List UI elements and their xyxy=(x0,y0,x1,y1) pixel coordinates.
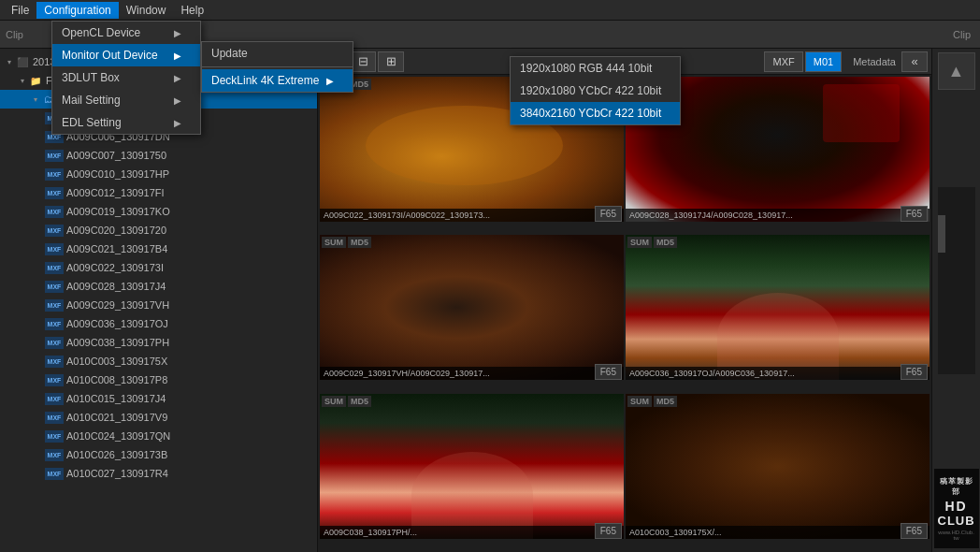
clip-thumbnail xyxy=(320,235,624,380)
badge-md5: MD5 xyxy=(348,237,371,248)
sidebar-item-file[interactable]: MXF A009C020_13091720 xyxy=(0,221,317,240)
sidebar-item-file[interactable]: MXF A009C019_130917KO xyxy=(0,202,317,221)
mxf-icon: MXF xyxy=(45,206,64,218)
tree-arrow-f65: ▾ xyxy=(17,77,28,85)
tree-arrow-date: ▾ xyxy=(30,95,41,104)
clip-name-label: A010C003_1309175X/... xyxy=(626,526,930,539)
logo-url: www.HD.Club.tw xyxy=(938,530,975,541)
mxf-icon: MXF xyxy=(45,449,64,461)
tab-metadata-label[interactable]: Metadata xyxy=(853,56,896,67)
folder-icon-f65: 📁 xyxy=(28,73,43,88)
clip-item[interactable]: SUM MD5 A009C022_1309173I/A009C022_13091… xyxy=(320,77,624,222)
sidebar-file-label: A009C019_130917KO xyxy=(66,206,170,217)
main-layout: ▾ ⬛ 20130917-成影拍摄 ▾ 📁 F65 ▾ 🗂 20130917 M… xyxy=(0,49,980,552)
tab-view-detail[interactable]: ⊟ xyxy=(350,51,376,72)
logo-hd: HD xyxy=(938,499,975,514)
tab-view-list[interactable]: ≡ xyxy=(322,51,348,72)
toolbar-left-label: Clip xyxy=(6,29,23,40)
right-panel-scroll-up[interactable]: ▲ xyxy=(938,52,975,90)
clip-name-label: A009C028_130917J4/A009C028_130917... xyxy=(626,209,930,222)
sidebar-item-file[interactable]: MXF A010C026_1309173B xyxy=(0,445,317,464)
sidebar-file-label: A010C027_130917R4 xyxy=(66,468,168,479)
clip-name-label: A009C036_130917OJ/A009C036_130917... xyxy=(626,367,930,380)
clip-badge-f65: F65 xyxy=(901,207,928,220)
sidebar-tree: ▾ ⬛ 20130917-成影拍摄 ▾ 📁 F65 ▾ 🗂 20130917 M… xyxy=(0,49,317,487)
clip-name-label: A009C022_1309173I/A009C022_130917З... xyxy=(320,209,624,222)
clip-name-label: A009C029_130917VH/A009C029_130917... xyxy=(320,367,624,380)
sidebar-item-root[interactable]: ▾ ⬛ 20130917-成影拍摄 xyxy=(0,52,317,71)
clip-badges-top: SUM MD5 xyxy=(322,79,371,90)
clip-badges-top: SUM MD5 xyxy=(627,396,677,407)
clip-item[interactable]: SUM MD5 A010C003_1309175X/... F65 xyxy=(626,394,930,539)
clip-thumbnail xyxy=(626,77,930,222)
f65-badge: F65 xyxy=(595,364,622,380)
sidebar-item-file[interactable]: MXF A009C006_130917DN xyxy=(0,127,317,146)
tab-mxf[interactable]: MXF xyxy=(764,51,802,72)
badge-md5: MD5 xyxy=(654,396,677,407)
clip-thumbnail xyxy=(626,235,930,380)
menu-file[interactable]: File xyxy=(4,2,36,19)
clip-badge-f65: F65 xyxy=(901,365,928,378)
sidebar-item-file[interactable]: MXF A009C021_130917B4 xyxy=(0,240,317,258)
mxf-icon: MXF xyxy=(45,112,64,124)
badge-md5: MD5 xyxy=(348,396,371,407)
clip-item[interactable]: SUM MD5 A009C029_130917VH/A009C029_13091… xyxy=(320,235,624,380)
clip-thumbnail xyxy=(320,77,624,222)
menu-configuration[interactable]: Configuration xyxy=(36,2,118,19)
sidebar-item-file[interactable]: MXF A009C028_130917J4 xyxy=(0,277,317,296)
mxf-icon: MXF xyxy=(45,168,64,181)
sidebar-item-file[interactable]: MXF A010C015_130917J4 xyxy=(0,389,317,408)
sidebar-item-file[interactable]: MXF A010C008_130917P8 xyxy=(0,370,317,389)
sidebar-item-file[interactable]: MXF A009C012_130917FI xyxy=(0,183,317,202)
sidebar-item-file[interactable]: MXF A009C036_130917OJ xyxy=(0,314,317,333)
f65-badge: F65 xyxy=(595,523,622,539)
tab-metadata-toggle[interactable]: « xyxy=(901,51,928,72)
sidebar-file-label: A009C020_13091720 xyxy=(66,225,166,236)
tree-arrow-root: ▾ xyxy=(4,58,15,66)
badge-sum: SUM xyxy=(322,79,346,90)
tab-view-grid[interactable]: ⊞ xyxy=(378,51,404,72)
f65-badge: F65 xyxy=(901,364,928,380)
menu-help[interactable]: Help xyxy=(173,2,211,19)
sidebar-item-file[interactable]: MXF A009C003_13091799 xyxy=(0,109,317,127)
mxf-icon: MXF xyxy=(45,393,64,405)
right-panel: ▲ 稿萃製影部 HD CLUB www.HD.Club.tw xyxy=(931,49,980,552)
menu-window[interactable]: Window xyxy=(119,2,174,19)
sidebar-item-date[interactable]: ▾ 🗂 20130917 xyxy=(0,90,317,109)
badge-md5: MD5 xyxy=(654,237,677,248)
mxf-icon: MXF xyxy=(45,374,64,386)
sidebar-item-file[interactable]: MXF A009C007_13091750 xyxy=(0,146,317,165)
clip-item[interactable]: SUM MD5 A009C036_130917OJ/A009C036_13091… xyxy=(626,235,930,380)
toolbar-right-label: Clip xyxy=(953,29,971,40)
sidebar-file-label: A010C024_130917QN xyxy=(66,430,170,442)
sidebar-item-file[interactable]: MXF A010C021_130917V9 xyxy=(0,408,317,427)
clip-item[interactable]: SUM MD5 A009C028_130917J4/A009C028_13091… xyxy=(626,77,930,222)
sidebar-item-file[interactable]: MXF A009C029_130917VH xyxy=(0,296,317,314)
clip-item[interactable]: SUM MD5 A009C038_130917PH/... F65 xyxy=(320,394,624,539)
sidebar-item-file[interactable]: MXF A009C010_130917HP xyxy=(0,165,317,183)
mxf-icon: MXF xyxy=(45,187,64,199)
sidebar-item-file[interactable]: MXF A010C024_130917QN xyxy=(0,427,317,445)
sidebar-file-label: A010C015_130917J4 xyxy=(66,393,166,404)
sidebar-date-label: 20130917 xyxy=(59,94,105,105)
clip-badge-f65: F65 xyxy=(595,207,622,220)
mxf-icon: MXF xyxy=(45,412,64,424)
badge-sum: SUM xyxy=(322,237,346,248)
clip-badges-top: SUM MD5 xyxy=(627,237,677,248)
badge-sum: SUM xyxy=(322,396,346,407)
sidebar-file-label: A010C008_130917P8 xyxy=(66,374,167,385)
badge-sum: SUM xyxy=(627,79,652,90)
tab-m01[interactable]: M01 xyxy=(805,51,842,72)
sidebar-item-file[interactable]: MXF A010C003_1309175X xyxy=(0,352,317,370)
sidebar-file-label: A010C026_1309173B xyxy=(66,449,167,460)
mxf-icon: MXF xyxy=(45,468,64,480)
mxf-icon: MXF xyxy=(45,150,64,162)
sidebar-file-label: A009C029_130917VH xyxy=(66,299,169,311)
clip-badge-f65: F65 xyxy=(595,365,622,378)
sidebar-item-f65[interactable]: ▾ 📁 F65 xyxy=(0,71,317,90)
mxf-icon: MXF xyxy=(45,225,64,237)
sidebar-item-file[interactable]: MXF A009C022_1309173I xyxy=(0,258,317,277)
sidebar-item-file[interactable]: MXF A009C038_130917PH xyxy=(0,333,317,352)
f65-badge: F65 xyxy=(595,206,622,222)
sidebar-item-file[interactable]: MXF A010C027_130917R4 xyxy=(0,464,317,483)
